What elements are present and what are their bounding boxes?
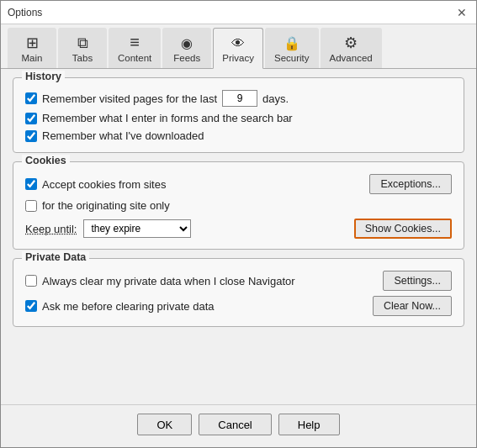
accept-cookies-label: Accept cookies from sites (42, 178, 166, 191)
keep-until-select[interactable]: they expire I close Navigator ask me eve… (83, 219, 191, 238)
private-data-rows: Always clear my private data when I clos… (25, 271, 452, 316)
accept-cookies-checkbox[interactable] (25, 178, 37, 190)
history-group: History Remember visited pages for the l… (13, 77, 464, 153)
content-area: History Remember visited pages for the l… (1, 69, 476, 404)
private-left-1: Always clear my private data when I clos… (25, 275, 295, 287)
tab-security-label: Security (274, 53, 310, 63)
tab-feeds[interactable]: Feeds (162, 28, 211, 68)
tab-main[interactable]: Main (8, 28, 56, 68)
history-group-label: History (22, 71, 65, 82)
tab-content-label: Content (118, 53, 151, 63)
bottom-bar: OK Cancel Help (1, 404, 476, 447)
tab-main-label: Main (22, 53, 43, 63)
private-row-2: Ask me before clearing private data Clea… (25, 296, 452, 316)
remember-visited-checkbox[interactable] (25, 92, 37, 104)
originating-site-label: for the originating site only (42, 199, 170, 212)
private-left-2: Ask me before clearing private data (25, 300, 215, 313)
cookies-originating-row: for the originating site only (25, 199, 452, 212)
advanced-icon (344, 34, 358, 50)
remember-downloads-checkbox[interactable] (25, 130, 37, 142)
tab-advanced-label: Advanced (330, 53, 373, 63)
remember-forms-checkbox[interactable] (25, 113, 37, 124)
settings-button[interactable]: Settings... (383, 271, 452, 291)
history-rows: Remember visited pages for the last days… (25, 90, 452, 142)
cookies-group: Cookies Accept cookies from sites Except… (13, 161, 464, 250)
tab-content[interactable]: Content (109, 28, 161, 68)
always-clear-label: Always clear my private data when I clos… (42, 275, 295, 287)
cookies-accept-row: Accept cookies from sites Exceptions... (25, 174, 452, 194)
private-data-group-label: Private Data (22, 251, 89, 263)
close-button[interactable]: ✕ (454, 5, 469, 20)
tab-tabs[interactable]: Tabs (58, 28, 107, 68)
show-cookies-button[interactable]: Show Cookies... (354, 219, 452, 239)
window-title: Options (8, 7, 42, 18)
clear-now-button[interactable]: Clear Now... (373, 296, 452, 316)
main-icon (26, 34, 39, 50)
tab-advanced[interactable]: Advanced (321, 28, 382, 68)
tab-privacy-label: Privacy (222, 53, 254, 63)
remember-downloads-label: Remember what I've downloaded (42, 129, 204, 142)
tab-feeds-label: Feeds (173, 53, 200, 63)
history-row-1: Remember visited pages for the last days… (25, 90, 452, 107)
remember-forms-label: Remember what I enter in forms and the s… (42, 112, 293, 124)
exceptions-button[interactable]: Exceptions... (369, 174, 452, 194)
tabs-icon (77, 34, 88, 50)
keep-until-row: Keep until: they expire I close Navigato… (25, 219, 452, 239)
help-button[interactable]: Help (278, 414, 340, 435)
ask-before-clearing-label: Ask me before clearing private data (42, 300, 215, 313)
private-data-group: Private Data Always clear my private dat… (13, 258, 464, 327)
remember-visited-label-after: days. (262, 92, 289, 105)
keep-until-label: Keep until: (25, 223, 77, 235)
cookies-group-label: Cookies (22, 155, 70, 166)
tab-privacy[interactable]: Privacy (213, 28, 263, 69)
history-row-3: Remember what I've downloaded (25, 129, 452, 142)
cancel-button[interactable]: Cancel (199, 414, 271, 435)
history-row-2: Remember what I enter in forms and the s… (25, 112, 452, 124)
tab-tabs-label: Tabs (72, 53, 93, 63)
ok-button[interactable]: OK (137, 414, 192, 435)
keep-until-left: Keep until: they expire I close Navigato… (25, 219, 191, 238)
feeds-icon (181, 34, 193, 50)
days-input[interactable] (222, 90, 257, 107)
tab-security[interactable]: Security (265, 28, 319, 68)
private-row-1: Always clear my private data when I clos… (25, 271, 452, 291)
always-clear-checkbox[interactable] (25, 275, 37, 287)
cookies-rows: Accept cookies from sites Exceptions... … (25, 174, 452, 239)
privacy-icon (231, 34, 245, 50)
tabs-bar: Main Tabs Content Feeds Privacy Security… (1, 24, 476, 69)
remember-visited-label-before: Remember visited pages for the last (42, 92, 217, 105)
security-icon (284, 34, 300, 50)
ask-before-clearing-checkbox[interactable] (25, 300, 37, 312)
title-bar: Options ✕ (1, 1, 476, 24)
options-window: Options ✕ Main Tabs Content Feeds Privac… (0, 0, 477, 448)
originating-site-checkbox[interactable] (25, 200, 37, 212)
content-icon (130, 34, 140, 50)
